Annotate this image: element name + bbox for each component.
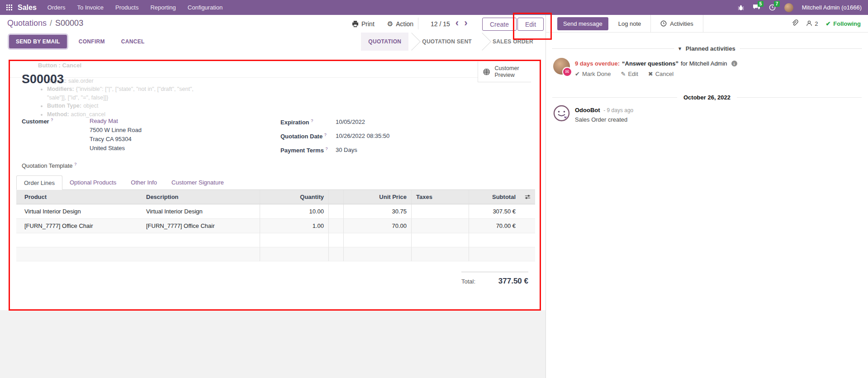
edit-button[interactable]: Edit bbox=[517, 18, 544, 31]
planned-activities-title: Planned activities bbox=[686, 45, 735, 52]
tab-customer-signature[interactable]: Customer Signature bbox=[164, 175, 231, 189]
menu-orders[interactable]: Orders bbox=[47, 4, 66, 11]
activity-avatar[interactable]: ✉ bbox=[553, 58, 570, 75]
message-timestamp: - 9 days ago bbox=[603, 107, 633, 113]
action-button[interactable]: ⚙ Action bbox=[387, 20, 413, 28]
printer-icon bbox=[352, 21, 359, 27]
payment-terms-label: Payment Terms ? bbox=[280, 146, 328, 154]
mark-done-button[interactable]: ✔Mark Done bbox=[575, 71, 611, 77]
help-marker: ? bbox=[324, 132, 327, 137]
activities-clock-icon[interactable]: 7 bbox=[769, 4, 776, 11]
following-button[interactable]: ✔ Following bbox=[825, 20, 861, 27]
activity-summary-line: 9 days overdue: “Answer questions” for M… bbox=[575, 60, 737, 67]
activity-overdue: 9 days overdue: bbox=[575, 60, 620, 67]
customer-preview-button[interactable]: Customer Preview bbox=[478, 61, 531, 82]
send-message-button[interactable]: Send message bbox=[557, 17, 608, 30]
activity-actions: ✔Mark Done ✎Edit ✖Cancel bbox=[575, 71, 674, 77]
table-empty-row bbox=[16, 233, 535, 247]
info-icon[interactable]: i bbox=[731, 61, 737, 66]
menu-configuration[interactable]: Configuration bbox=[188, 4, 223, 11]
control-panel: Quotations/S00003 Print ⚙ Action 12 / 15… bbox=[0, 15, 545, 33]
order-reference: S00003 bbox=[22, 72, 64, 86]
confirm-button[interactable]: CONFIRM bbox=[74, 35, 109, 48]
table-row[interactable]: Virtual Interior Design Virtual Interior… bbox=[16, 204, 535, 219]
notebook-tabs: Order Lines Optional Products Other Info… bbox=[16, 175, 535, 190]
breadcrumb-quotations[interactable]: Quotations bbox=[7, 19, 47, 28]
pager: 12 / 15 ‹ › bbox=[431, 15, 467, 33]
date-separator: October 26, 2022 bbox=[552, 94, 862, 101]
chatter-divider bbox=[703, 15, 703, 32]
activity-edit-button[interactable]: ✎Edit bbox=[621, 71, 638, 77]
menu-reporting[interactable]: Reporting bbox=[150, 4, 175, 11]
dotted-separator bbox=[740, 48, 862, 49]
user-avatar[interactable] bbox=[784, 3, 793, 12]
statusbar-buttons: SEND BY EMAIL CONFIRM CANCEL bbox=[9, 33, 149, 51]
activities-badge: 7 bbox=[774, 1, 780, 7]
dotted-separator bbox=[552, 48, 674, 49]
tooltip-line: Method:action_cancel bbox=[47, 110, 194, 119]
navbar-systray: 5 7 Mitchell Admin (o1666) bbox=[738, 3, 868, 12]
messages-badge: 5 bbox=[758, 1, 764, 7]
globe-icon bbox=[483, 67, 490, 77]
tooltip-line: Object:sale.order bbox=[47, 77, 194, 85]
tab-optional-products[interactable]: Optional Products bbox=[62, 175, 123, 189]
customer-block: Ready Mat 7500 W Linne Road Tracy CA 953… bbox=[90, 117, 142, 153]
quotation-date-value: 10/26/2022 08:35:50 bbox=[336, 132, 389, 139]
tab-order-lines[interactable]: Order Lines bbox=[16, 175, 62, 190]
line-separator bbox=[737, 97, 862, 98]
optional-columns-button[interactable] bbox=[520, 190, 535, 204]
col-quantity[interactable]: Quantity bbox=[260, 190, 329, 204]
tooltip-line: Button Type:object bbox=[47, 102, 194, 110]
customer-preview-label: Customer Preview bbox=[494, 65, 531, 79]
stage-sales-order[interactable]: SALES ORDER bbox=[485, 33, 541, 51]
message-body: Sales Order created bbox=[575, 116, 627, 123]
messages-icon[interactable]: 5 bbox=[753, 4, 760, 11]
followers-button[interactable]: 2 bbox=[806, 20, 818, 27]
create-button[interactable]: Create bbox=[482, 18, 517, 31]
attachments-button[interactable] bbox=[791, 19, 798, 28]
stage-quotation[interactable]: QUOTATION bbox=[361, 33, 408, 51]
col-taxes[interactable]: Taxes bbox=[412, 190, 469, 204]
app-brand[interactable]: Sales bbox=[18, 4, 37, 12]
planned-activities-header[interactable]: ▾ Planned activities bbox=[552, 45, 862, 52]
clock-icon bbox=[660, 20, 667, 27]
stage-quotation-sent[interactable]: QUOTATION SENT bbox=[415, 33, 479, 51]
col-product[interactable]: Product bbox=[16, 190, 142, 204]
stage-steps: QUOTATION QUOTATION SENT SALES ORDER bbox=[361, 33, 541, 51]
debug-bug-icon[interactable] bbox=[738, 4, 744, 11]
activity-assignee: for Mitchell Admin bbox=[681, 60, 727, 67]
odoobot-avatar[interactable] bbox=[553, 105, 570, 123]
activity-cancel-button[interactable]: ✖Cancel bbox=[648, 71, 674, 77]
order-total: Total: 377.50 € bbox=[461, 272, 528, 286]
schedule-activity-button[interactable]: Activities bbox=[660, 20, 693, 27]
pencil-icon: ✎ bbox=[621, 71, 626, 77]
chatter-divider bbox=[650, 15, 651, 32]
menu-to-invoice[interactable]: To Invoice bbox=[77, 4, 104, 11]
tooltip-line: Modifiers:{"invisible": ["|", ["state", … bbox=[47, 85, 194, 102]
col-unit-price[interactable]: Unit Price bbox=[344, 190, 412, 204]
user-name[interactable]: Mitchell Admin (o1666) bbox=[802, 4, 862, 11]
menu-products[interactable]: Products bbox=[115, 4, 138, 11]
col-description[interactable]: Description bbox=[142, 190, 260, 204]
log-note-button[interactable]: Log note bbox=[618, 20, 641, 27]
col-spacer bbox=[329, 190, 344, 204]
cancel-button[interactable]: CANCEL bbox=[117, 35, 149, 48]
line-separator bbox=[552, 97, 677, 98]
pager-next-icon[interactable]: › bbox=[464, 18, 467, 28]
send-by-email-button[interactable]: SEND BY EMAIL bbox=[9, 35, 67, 48]
tab-other-info[interactable]: Other Info bbox=[123, 175, 164, 189]
help-marker: ? bbox=[74, 162, 76, 166]
check-icon: ✔ bbox=[575, 71, 580, 77]
tooltip-title: Button : Cancel bbox=[38, 61, 194, 70]
message-author[interactable]: OdooBot bbox=[575, 107, 600, 113]
print-button[interactable]: Print bbox=[352, 20, 375, 28]
pager-previous-icon[interactable]: ‹ bbox=[455, 18, 459, 28]
table-row[interactable]: [FURN_7777] Office Chair [FURN_7777] Off… bbox=[16, 219, 535, 233]
breadcrumb-separator: / bbox=[50, 19, 52, 28]
help-marker: ? bbox=[325, 146, 327, 151]
chatter: ▾ Planned activities ✉ 9 days overdue: “… bbox=[545, 33, 868, 378]
apps-menu-icon[interactable] bbox=[6, 5, 12, 10]
main-menu: Orders To Invoice Products Reporting Con… bbox=[47, 4, 223, 11]
col-subtotal[interactable]: Subtotal bbox=[469, 190, 520, 204]
x-icon: ✖ bbox=[648, 71, 653, 77]
